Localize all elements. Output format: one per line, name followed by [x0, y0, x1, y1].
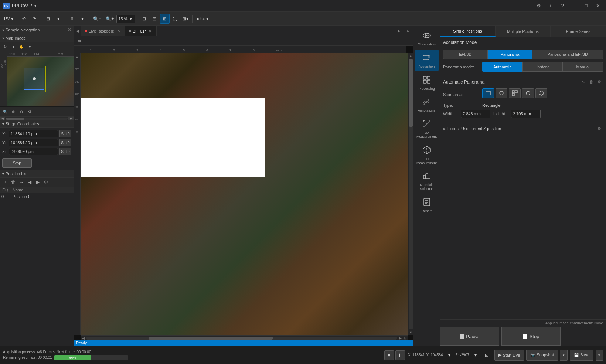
- channel-btn[interactable]: ● 5x ▾: [194, 14, 210, 24]
- pos-delete-btn[interactable]: 🗑: [10, 178, 17, 186]
- tab-bar-more[interactable]: ⚙: [404, 27, 412, 35]
- redo-btn[interactable]: ↷: [30, 14, 39, 24]
- map-btn-zoom-in[interactable]: ⊕: [10, 108, 17, 115]
- focus-settings-btn[interactable]: ⚙: [596, 125, 603, 132]
- y-set-btn[interactable]: Set 0: [59, 139, 71, 146]
- map-scroll-h[interactable]: ◀ ▶: [0, 116, 74, 120]
- close-btn[interactable]: ✕: [593, 2, 603, 10]
- delete-btn[interactable]: 🗑: [588, 78, 595, 85]
- height-input[interactable]: [511, 110, 541, 118]
- right-tab-multiple[interactable]: Multiple Positions: [496, 26, 551, 37]
- grid-dropdown[interactable]: ▾: [54, 14, 63, 24]
- pos-row-0[interactable]: 0 Position 0: [0, 193, 74, 200]
- export-dropdown[interactable]: ▾: [78, 14, 87, 24]
- vscroll-down[interactable]: ▼: [408, 330, 413, 335]
- scan-circle-btn[interactable]: [496, 88, 507, 98]
- snapshot-dropdown-btn[interactable]: ▾: [560, 350, 568, 361]
- help-btn[interactable]: ?: [557, 2, 568, 10]
- map-pan-btn[interactable]: ✋: [18, 43, 25, 50]
- map-selection-rect[interactable]: [24, 68, 44, 90]
- right-tab-single[interactable]: Single Positions: [440, 26, 496, 37]
- zoom-fit-btn[interactable]: ⊡: [403, 336, 408, 341]
- width-input[interactable]: [461, 110, 490, 118]
- tab-live-close[interactable]: ✕: [116, 28, 121, 34]
- pointer-btn[interactable]: ↖: [579, 78, 587, 85]
- map-btn-zoom-out[interactable]: ⊖: [18, 108, 25, 115]
- right-tab-frame[interactable]: Frame Series: [551, 26, 606, 37]
- sidebar-item-annotations[interactable]: ABC Annotations: [415, 93, 439, 115]
- position-list-header[interactable]: ▾ Position List: [0, 170, 74, 178]
- zoom-in-btn[interactable]: 🔍+: [104, 14, 116, 24]
- map-btn-search[interactable]: 🔍: [1, 108, 9, 115]
- map-refresh-btn[interactable]: ↻: [1, 43, 9, 50]
- undo-btn[interactable]: ↶: [19, 14, 29, 24]
- aspect-btn[interactable]: ⊡: [139, 14, 149, 24]
- stage-coords-header[interactable]: ▾ Stage Coordinates: [0, 120, 74, 128]
- scroll-left-btn[interactable]: ◀: [0, 117, 5, 120]
- tab-bar-play[interactable]: ▶: [395, 27, 403, 35]
- pano-manual-btn[interactable]: Manual: [563, 62, 603, 72]
- img-coord-btn[interactable]: ⊕: [75, 37, 84, 45]
- settings-btn[interactable]: ⚙: [534, 2, 544, 10]
- stage-stop-btn[interactable]: Stop: [2, 158, 32, 168]
- fullscreen-btn[interactable]: ⛶: [170, 14, 180, 24]
- hscroll-right[interactable]: ▶: [398, 336, 403, 341]
- mode-panorama-btn[interactable]: Panorama: [488, 50, 532, 59]
- sidebar-item-observation[interactable]: Observation: [415, 27, 439, 49]
- pos-settings-btn[interactable]: ⚙: [42, 178, 50, 186]
- scan-clock-btn[interactable]: [522, 88, 534, 98]
- tab-bf-close[interactable]: ✕: [147, 28, 153, 34]
- sidebar-item-materials[interactable]: Materials Solutions: [415, 168, 439, 193]
- pos-add-btn[interactable]: +: [1, 178, 9, 186]
- start-live-btn[interactable]: ▶ Start Live: [494, 350, 524, 361]
- microscope-image[interactable]: [81, 53, 408, 335]
- vscroll-up[interactable]: ▲: [408, 53, 413, 58]
- layout-btn[interactable]: ⊞▾: [181, 14, 190, 24]
- scan-custom-btn[interactable]: [509, 88, 521, 98]
- mode-panorama-efi-btn[interactable]: Panorama and EFI/3D: [532, 50, 603, 59]
- sidebar-item-acquisition[interactable]: Acquisition: [415, 50, 439, 71]
- snapshot-btn[interactable]: 📷 Snapshot: [526, 350, 558, 361]
- fit-btn[interactable]: ⊟: [150, 14, 159, 24]
- tab-nav-left[interactable]: ◀: [74, 26, 81, 36]
- pano-auto-btn[interactable]: Automatic: [482, 62, 522, 72]
- img-hscroll[interactable]: ◀ ▶ ⊡: [81, 335, 408, 340]
- hscroll-left[interactable]: ◀: [81, 336, 86, 341]
- pause-btn-large[interactable]: Pause: [440, 327, 499, 346]
- map-down-btn[interactable]: ▾: [26, 43, 33, 50]
- map-dropdown-btn[interactable]: ▾: [10, 43, 17, 50]
- grid-btn[interactable]: ⊞: [43, 14, 53, 24]
- focus-row[interactable]: ▶ Focus: Use current Z-position ⚙: [443, 123, 603, 134]
- sidebar-item-3d-measurement[interactable]: 3D Measurement: [415, 142, 439, 167]
- scan-rect-btn[interactable]: [482, 88, 494, 98]
- play-pause-btn[interactable]: ⏸: [395, 350, 405, 360]
- scan-polygon-btn[interactable]: [535, 88, 547, 98]
- map-image-header[interactable]: ▾ Map Image: [0, 34, 74, 42]
- save-dropdown-btn[interactable]: ▾: [596, 350, 603, 361]
- img-vscroll[interactable]: ▲ ▼: [408, 53, 413, 335]
- select-btn[interactable]: ⊞: [160, 14, 170, 24]
- sample-nav-close[interactable]: ✕: [68, 27, 71, 33]
- zoom-out-btn[interactable]: 🔍−: [91, 14, 103, 24]
- pano-instant-btn[interactable]: Instant: [522, 62, 563, 72]
- tab-live[interactable]: Live (stopped) ✕: [81, 26, 125, 36]
- stop-btn-large[interactable]: Stop: [501, 327, 561, 346]
- mode-dropdown[interactable]: PV ▾: [2, 14, 15, 24]
- mode-efi-btn[interactable]: EFI/3D: [443, 50, 488, 59]
- map-img-placeholder[interactable]: [7, 57, 74, 106]
- map-image-canvas[interactable]: 110 112 114 mm 104 278: [0, 51, 74, 106]
- sidebar-item-report[interactable]: Report: [415, 194, 439, 215]
- sidebar-item-2d-measurement[interactable]: 2D Measurement: [415, 116, 439, 141]
- sample-nav-header[interactable]: ▾ Sample Navigation ✕: [0, 26, 74, 34]
- coord-settings[interactable]: ⊡: [482, 351, 491, 359]
- image-canvas[interactable]: 1 2 3 4 5 6 7 8 mm ▲ 320 340 360 380 400…: [74, 46, 413, 340]
- z-set-btn[interactable]: Set 0: [59, 148, 71, 155]
- sidebar-item-processing[interactable]: Processing: [415, 72, 439, 93]
- pos-next-btn[interactable]: ▶: [34, 178, 41, 186]
- x-set-btn[interactable]: Set 0: [59, 130, 71, 137]
- export-btn[interactable]: ⬆: [67, 14, 77, 24]
- pos-prev-btn[interactable]: ◀: [26, 178, 33, 186]
- pos-goto-btn[interactable]: →: [18, 178, 25, 186]
- settings-icon-btn[interactable]: ⚙: [596, 78, 603, 85]
- save-btn[interactable]: 💾 Save: [570, 350, 593, 361]
